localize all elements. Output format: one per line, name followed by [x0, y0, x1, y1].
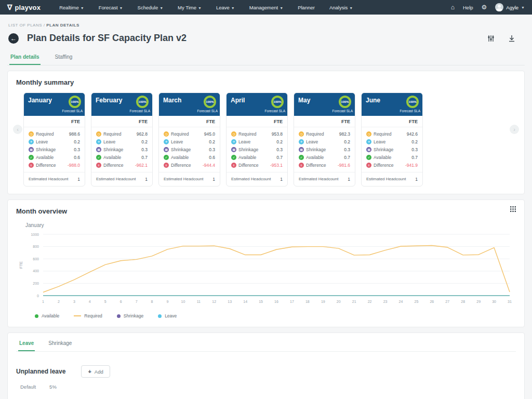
fte-column-header: FTE	[24, 116, 85, 127]
fte-column-header: FTE	[294, 116, 355, 127]
month-card-may[interactable]: May 100% Forecast SLA FTE ◷Required982.3…	[294, 92, 355, 187]
leave-label: Leave	[238, 139, 274, 144]
chart-legend: AvailableRequiredShrinkageLeave	[35, 313, 516, 318]
month-card-april[interactable]: April 100% Forecast SLA FTE ◷Required953…	[226, 92, 288, 187]
chevron-down-icon: ▼	[159, 6, 163, 10]
nav-right: ⌂ Help ⚙ Agyle ▼	[451, 3, 525, 11]
estimated-headcount-row: Estimated Headcount 1	[159, 172, 220, 186]
nav-menu: Realtime▼Forecast▼Schedule▼My Time▼Leave…	[54, 3, 451, 12]
required-value: 988.6	[69, 131, 80, 137]
svg-text:29: 29	[476, 300, 481, 303]
legend-item-shrinkage[interactable]: Shrinkage	[117, 313, 143, 318]
settings-tab-shrinkage[interactable]: Shrinkage	[47, 337, 73, 351]
required-icon: ◷	[164, 131, 169, 137]
estimated-headcount-row: Estimated Headcount 1	[362, 172, 422, 186]
available-icon: ✓	[366, 155, 371, 160]
legend-item-required[interactable]: Required	[74, 313, 102, 318]
legend-label: Leave	[165, 313, 177, 318]
download-icon[interactable]	[508, 35, 515, 42]
forecast-sla-label: Forecast SLA	[265, 109, 285, 113]
required-label: Required	[36, 131, 67, 137]
required-label: Required	[103, 131, 135, 137]
month-card-rows: ◷Required953.8✈Leave0.2▦Shrinkage0.3✓Ava…	[227, 127, 287, 172]
metric-row-difference: ±Difference-962.1	[96, 161, 148, 169]
unplanned-leave-add-button[interactable]: +Add	[81, 365, 110, 378]
nav-item-analysis[interactable]: Analysis▼	[324, 3, 358, 12]
svg-text:17: 17	[290, 300, 294, 303]
carousel-next-icon[interactable]: ›	[510, 125, 519, 134]
nav-item-forecast[interactable]: Forecast▼	[94, 3, 128, 12]
month-card-june[interactable]: June 100% Forecast SLA FTE ◷Required942.…	[361, 92, 423, 187]
breadcrumb-current: PLAN DETAILS	[46, 23, 79, 28]
nav-item-schedule[interactable]: Schedule▼	[132, 3, 169, 12]
legend-item-available[interactable]: Available	[35, 313, 59, 318]
metric-row-leave: ✈Leave0.2	[231, 138, 283, 145]
forecast-sla-label: Forecast SLA	[400, 109, 420, 113]
difference-icon: ±	[299, 163, 304, 168]
home-icon[interactable]: ⌂	[451, 4, 455, 11]
required-value: 982.3	[339, 131, 350, 137]
nav-item-management[interactable]: Management▼	[244, 3, 288, 12]
metric-row-leave: ✈Leave0.2	[164, 138, 215, 145]
estimated-headcount-row: Estimated Headcount 1	[24, 172, 85, 186]
difference-label: Difference	[103, 163, 133, 168]
settings-tab-leave[interactable]: Leave	[18, 337, 35, 351]
difference-icon: ±	[164, 163, 169, 168]
required-icon: ◷	[299, 131, 304, 137]
metric-row-leave: ✈Leave0.2	[366, 138, 418, 145]
back-button[interactable]: ←	[8, 33, 19, 44]
playvox-logo-icon: ∇	[7, 3, 12, 11]
chevron-down-icon: ▼	[198, 6, 202, 10]
shrinkage-value: 0.3	[209, 147, 215, 152]
brand-name: playvox	[15, 4, 41, 11]
shrinkage-icon: ▦	[96, 147, 101, 152]
available-icon: ✓	[231, 155, 236, 160]
series-required	[43, 245, 510, 292]
month-card-march[interactable]: March 100% Forecast SLA FTE ◷Required945…	[158, 92, 220, 187]
fte-line-chart: 02004006008001000FTE12345678910111213141…	[16, 230, 516, 309]
user-menu[interactable]: Agyle ▼	[495, 3, 525, 11]
available-icon: ✓	[299, 155, 304, 160]
tab-staffing[interactable]: Staffing	[54, 51, 74, 65]
legend-label: Required	[84, 313, 102, 318]
required-label: Required	[238, 131, 270, 137]
month-card-rows: ◷Required988.6✈Leave0.2▦Shrinkage0.3✓Ava…	[24, 127, 85, 172]
available-value: 0.7	[141, 155, 148, 160]
forecast-sla-donut: 100%	[339, 96, 351, 108]
estimated-headcount-row: Estimated Headcount 1	[227, 172, 287, 186]
forecast-sla-donut: 100%	[204, 96, 216, 108]
gear-icon[interactable]: ⚙	[482, 4, 487, 11]
tab-plan-details[interactable]: Plan details	[9, 51, 41, 65]
nav-item-my-time[interactable]: My Time▼	[172, 3, 207, 12]
svg-text:2: 2	[58, 300, 60, 303]
metric-row-difference: ±Difference-941.9	[366, 161, 418, 169]
svg-text:FTE: FTE	[19, 261, 23, 269]
fte-column-header: FTE	[91, 116, 152, 127]
metric-row-required: ◷Required942.6	[366, 130, 418, 138]
nav-item-planner[interactable]: Planner	[292, 3, 320, 12]
leave-icon: ✈	[299, 139, 304, 144]
month-card-february[interactable]: February 100% Forecast SLA FTE ◷Required…	[91, 92, 153, 187]
nav-item-leave[interactable]: Leave▼	[211, 3, 240, 12]
month-card-january[interactable]: January 100% Forecast SLA FTE ◷Required9…	[23, 92, 85, 187]
difference-value: -988.0	[68, 163, 80, 168]
metric-row-shrinkage: ▦Shrinkage0.3	[231, 145, 283, 153]
carousel-prev-icon[interactable]: ‹	[13, 125, 22, 134]
filter-sliders-icon[interactable]	[487, 35, 495, 42]
month-card-rows: ◷Required982.3✈Leave0.2▦Shrinkage0.3✓Ava…	[294, 127, 355, 172]
required-icon: ◷	[366, 131, 371, 137]
leave-value: 0.2	[141, 139, 148, 144]
chart-menu-grid-icon[interactable]	[510, 206, 516, 212]
chevron-down-icon: ▼	[280, 6, 283, 10]
svg-text:400: 400	[33, 269, 39, 273]
unplanned-leave-title: Unplanned leave	[16, 368, 65, 375]
playvox-logo[interactable]: ∇ playvox	[7, 3, 41, 11]
metric-row-difference: ±Difference-981.6	[299, 161, 350, 169]
shrinkage-value: 0.3	[74, 147, 80, 152]
nav-item-realtime[interactable]: Realtime▼	[54, 3, 89, 12]
breadcrumb-parent[interactable]: LIST OF PLANS	[8, 23, 42, 28]
help-link[interactable]: Help	[463, 5, 473, 10]
legend-item-leave[interactable]: Leave	[158, 313, 177, 318]
required-label: Required	[306, 131, 337, 137]
metric-row-available: ✓Available0.7	[299, 153, 350, 161]
